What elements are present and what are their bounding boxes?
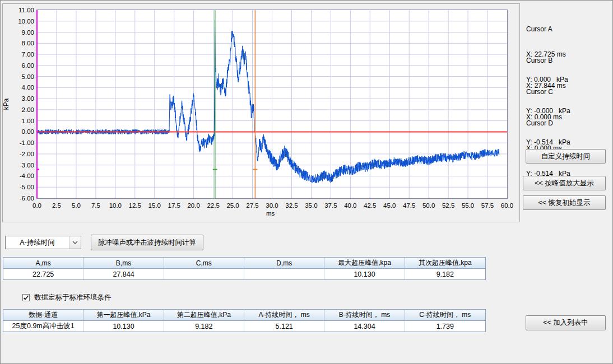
channel-results-table: 数据-通道 第一超压峰值,kPa 第二超压峰值,kPa A-持续时间， ms B…	[3, 309, 486, 332]
table-row: 25度0.9m高冲击波1 10.130 9.182 5.121 14.304 1…	[3, 321, 485, 332]
y-tick-label: 7.00	[6, 51, 34, 58]
table2-cell-duration-b[interactable]: 14.304	[324, 321, 405, 332]
waveform-plot[interactable]	[36, 10, 508, 199]
cursor-d-title: Cursor D	[526, 119, 610, 128]
table1-cell-b[interactable]: 27.844	[83, 269, 164, 279]
table1-cell-second-peak[interactable]: 9.182	[405, 269, 485, 279]
table2-header-channel: 数据-通道	[3, 310, 83, 321]
duration-type-select[interactable]: A-持续时间	[5, 236, 81, 249]
zoom-to-peak-button[interactable]: << 按峰值放大显示	[523, 176, 606, 190]
cursor-a-title: Cursor A	[526, 25, 610, 34]
duration-type-value: A-持续时间	[6, 236, 69, 249]
table2-cell-duration-c[interactable]: 1.739	[405, 321, 485, 332]
table2-header-duration-a: A-持续时间， ms	[244, 310, 324, 321]
x-tick-label: 60.0	[495, 202, 519, 209]
chart-panel: kPa 11.0010.009.008.007.006.005.004.003.…	[2, 3, 520, 222]
y-tick-label: -5.00	[6, 184, 34, 190]
table1-cell-c[interactable]	[164, 269, 244, 279]
y-tick-label: 10.00	[6, 18, 34, 25]
y-tick-label: -1.00	[6, 139, 34, 146]
check-icon	[23, 295, 29, 301]
table1-header-c: C,ms	[164, 258, 244, 269]
duration-calc-button[interactable]: 脉冲噪声或冲击波持续时间计算	[91, 235, 203, 250]
y-tick-label: 8.00	[6, 40, 34, 46]
cursor-b-title: Cursor B	[526, 57, 610, 65]
standard-env-checkbox-label[interactable]: 数据定标于标准环境条件	[34, 293, 112, 302]
y-tick-label: -3.00	[6, 162, 34, 169]
y-tick-label: 5.00	[6, 73, 34, 80]
table1-header-max-peak: 最大超压峰值,kpa	[324, 258, 405, 269]
cursor-results-table: A,ms B,ms C,ms D,ms 最大超压峰值,kpa 其次超压峰值,kp…	[3, 257, 486, 280]
y-tick-label: 11.00	[6, 7, 34, 13]
table1-header-d: D,ms	[244, 258, 324, 269]
cursor-c-title: Cursor C	[526, 88, 610, 96]
x-axis-title: ms	[266, 210, 275, 217]
table2-header-peak2: 第二超压峰值,kPa	[164, 310, 244, 321]
y-tick-label: 1.00	[6, 118, 34, 124]
table2-cell-peak2[interactable]: 9.182	[164, 321, 244, 332]
table2-header-duration-b: B-持续时间， ms	[324, 310, 405, 321]
table1-cell-max-peak[interactable]: 10.130	[324, 269, 405, 279]
custom-duration-button[interactable]: 自定义持续时间	[526, 149, 606, 164]
table2-cell-channel[interactable]: 25度0.9m高冲击波1	[3, 321, 83, 332]
y-tick-label: 0.00	[6, 128, 34, 135]
table2-cell-peak1[interactable]: 10.130	[83, 321, 164, 332]
table2-header-row: 数据-通道 第一超压峰值,kPa 第二超压峰值,kPa A-持续时间， ms B…	[3, 310, 485, 321]
table-row: 22.725 27.844 10.130 9.182	[3, 269, 485, 279]
table1-cell-d[interactable]	[244, 269, 324, 279]
y-tick-label: 3.00	[6, 95, 34, 102]
restore-view-button[interactable]: << 恢复初始显示	[523, 195, 606, 210]
table1-header-second-peak: 其次超压峰值,kpa	[405, 258, 485, 269]
y-tick-label: 4.00	[6, 84, 34, 91]
table1-header-a: A,ms	[3, 258, 83, 269]
app-window: kPa 11.0010.009.008.007.006.005.004.003.…	[0, 0, 613, 364]
y-tick-label: -6.00	[6, 195, 34, 202]
table2-header-duration-c: C-持续时间， ms	[405, 310, 485, 321]
table1-header-b: B,ms	[83, 258, 164, 269]
table2-cell-duration-a[interactable]: 5.121	[244, 321, 324, 332]
chevron-down-icon[interactable]	[69, 236, 81, 249]
y-tick-label: -4.00	[6, 172, 34, 179]
table1-cell-a[interactable]: 22.725	[3, 269, 83, 279]
table1-header-row: A,ms B,ms C,ms D,ms 最大超压峰值,kpa 其次超压峰值,kp…	[3, 258, 485, 269]
y-tick-label: 6.00	[6, 62, 34, 69]
add-to-list-button[interactable]: << 加入列表中	[526, 315, 606, 330]
y-tick-label: 2.00	[6, 106, 34, 113]
waveform-svg[interactable]	[36, 10, 508, 199]
table2-header-peak1: 第一超压峰值,kPa	[83, 310, 164, 321]
y-tick-label: 9.00	[6, 29, 34, 36]
y-tick-label: -2.00	[6, 151, 34, 157]
standard-env-checkbox[interactable]	[22, 294, 30, 301]
